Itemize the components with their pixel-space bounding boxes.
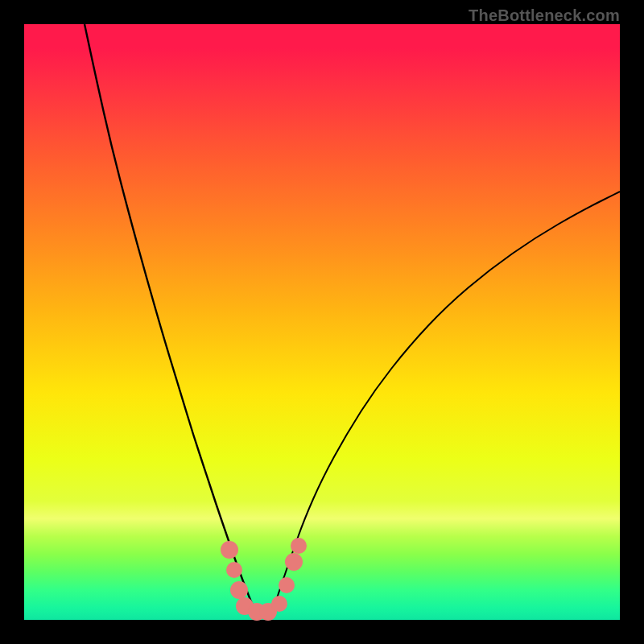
bottleneck-marker xyxy=(271,596,287,612)
chart-outer-frame: TheBottleneck.com xyxy=(0,0,644,644)
bottleneck-marker xyxy=(230,581,248,599)
curve-left-branch xyxy=(85,24,254,608)
chart-svg xyxy=(24,24,620,620)
curve-right-branch xyxy=(274,192,620,608)
bottleneck-marker xyxy=(226,562,242,578)
bottleneck-markers xyxy=(221,538,307,621)
bottleneck-marker xyxy=(221,541,238,559)
bottleneck-marker xyxy=(291,538,307,554)
brand-watermark: TheBottleneck.com xyxy=(469,6,620,25)
plot-area xyxy=(24,24,620,620)
bottleneck-marker xyxy=(279,577,295,593)
bottleneck-marker xyxy=(285,553,303,571)
